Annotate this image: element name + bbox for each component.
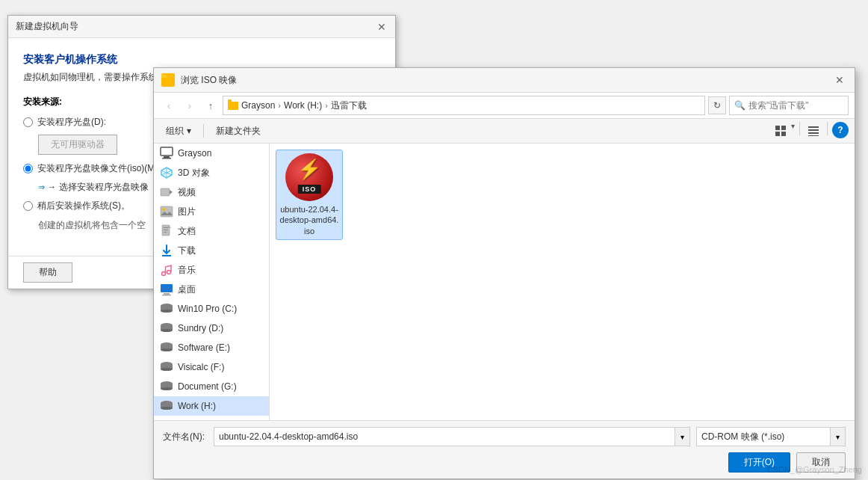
pc-icon	[160, 147, 173, 160]
breadcrumb-current[interactable]: 迅雷下载	[331, 99, 367, 112]
view-large-icons-btn[interactable]	[772, 122, 790, 140]
sidebar-item-f-drive[interactable]: Visicalc (F:)	[154, 357, 269, 377]
sidebar-label-e: Software (E:)	[178, 342, 230, 353]
svg-rect-7	[808, 129, 819, 131]
filename-dropdown-btn[interactable]: ▾	[675, 428, 689, 446]
iso-browse-hint: → 选择安装程序光盘映像	[47, 182, 148, 192]
details-svg	[808, 126, 819, 136]
breadcrumb-work[interactable]: Work (H:) ›	[284, 100, 328, 111]
svg-point-20	[162, 208, 165, 211]
sidebar-item-grayson[interactable]: Grayson	[154, 144, 269, 163]
sidebar-item-video[interactable]: 视频	[154, 182, 269, 202]
sidebar-item-document[interactable]: 文档	[154, 221, 269, 241]
radio-iso[interactable]	[23, 164, 33, 173]
breadcrumb-folder-icon	[228, 102, 238, 110]
no-drive-button[interactable]: 无可用驱动器	[38, 135, 117, 155]
sidebar-panel: Grayson 3D 对象	[154, 144, 270, 420]
svg-rect-1	[161, 75, 167, 78]
filetype-dropdown-btn[interactable]: ▾	[830, 428, 845, 446]
filetype-wrapper[interactable]: ▾	[696, 427, 846, 446]
view-chevron[interactable]: ▾	[791, 122, 795, 140]
svg-rect-9	[808, 135, 819, 136]
iso-file-item[interactable]: ⚡ ISO ubuntu-22.04.4-desktop-amd64.iso	[276, 150, 343, 240]
d-drive-icon	[160, 321, 173, 335]
search-input[interactable]	[748, 100, 843, 111]
main-file-area: ⚡ ISO ubuntu-22.04.4-desktop-amd64.iso	[270, 144, 855, 420]
svg-rect-17	[161, 188, 170, 196]
filename-row: 文件名(N): ▾ ▾	[163, 427, 846, 446]
back-btn[interactable]: ‹	[160, 96, 178, 114]
sidebar-label-c: Win10 Pro (C:)	[178, 304, 237, 314]
svg-rect-10	[161, 147, 173, 156]
toolbar-sep3	[827, 122, 828, 135]
large-icons-svg	[775, 126, 786, 136]
file-dialog-close-btn[interactable]: ✕	[832, 73, 847, 87]
sidebar-label-grayson: Grayson	[178, 148, 211, 159]
dialog-body: Grayson 3D 对象	[154, 144, 855, 420]
sidebar-item-h-drive[interactable]: Work (H:)	[154, 396, 269, 416]
sidebar-item-picture[interactable]: 图片	[154, 202, 269, 221]
folder-svg-icon	[161, 73, 175, 87]
svg-rect-12	[162, 158, 171, 159]
details-view-btn[interactable]	[805, 122, 822, 140]
sidebar-item-desktop[interactable]: 桌面	[154, 280, 269, 299]
sidebar-label-h: Work (H:)	[178, 401, 216, 411]
download-icon	[160, 244, 173, 257]
radio-later-label: 稍后安装操作系统(S)。	[37, 200, 130, 212]
file-dialog-title: 浏览 ISO 映像	[181, 74, 237, 87]
up-btn[interactable]: ↑	[202, 96, 220, 114]
sidebar-item-d-drive[interactable]: Sundry (D:)	[154, 319, 269, 338]
c-drive-icon	[160, 302, 173, 316]
sidebar-item-download[interactable]: 下载	[154, 241, 269, 260]
sidebar-item-3d[interactable]: 3D 对象	[154, 163, 269, 182]
refresh-btn[interactable]: ↻	[708, 96, 726, 114]
filename-input-wrapper[interactable]: ▾	[214, 427, 690, 446]
svg-rect-5	[781, 132, 786, 136]
toolbar: 组织 ▾ 新建文件夹 ▾	[154, 119, 855, 144]
wizard-close-btn[interactable]: ✕	[376, 21, 388, 33]
dialog-folder-icon	[161, 73, 175, 87]
breadcrumb-bar[interactable]: Grayson › Work (H:) › 迅雷下载	[223, 96, 705, 115]
forward-btn[interactable]: ›	[181, 96, 199, 114]
sidebar-label-desktop: 桌面	[178, 283, 196, 296]
f-drive-icon	[160, 360, 173, 374]
radio-disc[interactable]	[23, 117, 33, 127]
sidebar-label-download: 下载	[178, 244, 196, 257]
new-folder-btn[interactable]: 新建文件夹	[210, 123, 267, 140]
svg-rect-32	[162, 295, 171, 296]
video-icon	[160, 185, 173, 199]
sidebar-label-g: Document (G:)	[178, 381, 237, 392]
music-icon	[160, 263, 173, 277]
nav-bar: ‹ › ↑ Grayson › Work (H:) › 迅雷下载 ↻ 🔍	[154, 93, 855, 119]
lightning-symbol: ⚡	[297, 159, 321, 179]
sidebar-item-c-drive[interactable]: Win10 Pro (C:)	[154, 299, 269, 319]
radio-later[interactable]	[23, 201, 33, 211]
iso-file-icon: ⚡ ISO	[285, 153, 333, 201]
toolbar-separator	[203, 124, 204, 138]
arrow-icon: ⇒	[38, 182, 45, 191]
svg-rect-24	[164, 230, 168, 230]
file-dialog-titlebar: 浏览 ISO 映像 ✕	[154, 68, 855, 93]
filename-input[interactable]	[214, 430, 675, 443]
help-button[interactable]: 帮助	[23, 262, 72, 283]
search-bar[interactable]: 🔍	[729, 96, 849, 115]
breadcrumb-grayson[interactable]: Grayson ›	[241, 100, 281, 111]
wizard-section-title: 安装客户机操作系统	[23, 53, 380, 67]
sidebar-item-e-drive[interactable]: Software (E:)	[154, 338, 269, 357]
svg-point-38	[161, 329, 173, 332]
svg-rect-2	[775, 126, 780, 130]
sidebar-label-music: 音乐	[178, 264, 196, 277]
sidebar-label-3d: 3D 对象	[178, 167, 210, 179]
svg-rect-6	[808, 126, 819, 128]
svg-rect-23	[164, 227, 168, 228]
sidebar-item-music[interactable]: 音乐	[154, 260, 269, 280]
organize-btn[interactable]: 组织 ▾	[160, 123, 197, 140]
sidebar-item-g-drive[interactable]: Document (G:)	[154, 377, 269, 396]
svg-rect-30	[161, 284, 173, 292]
e-drive-icon	[160, 341, 173, 354]
sidebar-label-document: 文档	[178, 225, 196, 238]
help-icon-btn[interactable]: ?	[832, 122, 849, 138]
filetype-input[interactable]	[697, 430, 830, 443]
organize-chevron: ▾	[187, 126, 191, 136]
sidebar-label-d: Sundry (D:)	[178, 323, 223, 333]
